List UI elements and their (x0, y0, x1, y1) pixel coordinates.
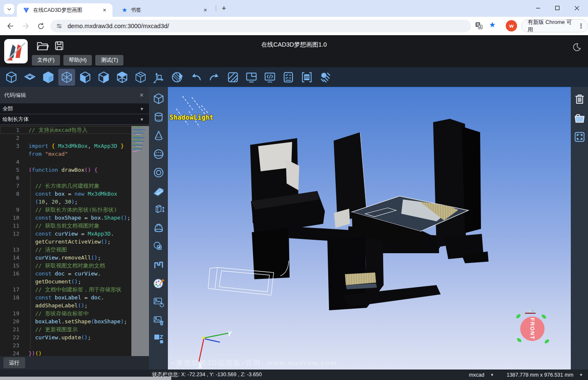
code-panel-close-icon[interactable]: ✕ (139, 92, 144, 98)
menu-file[interactable]: 文件(F) (32, 55, 60, 66)
code-row[interactable]: 11 // 获取当前文档视图对象 (0, 222, 149, 230)
code-row[interactable]: 23 (0, 341, 149, 349)
code-row[interactable]: 4 (0, 158, 149, 166)
tab-cad3d[interactable]: 在线CAD3D梦想画图 ✕ (17, 3, 112, 17)
code-row[interactable]: 3import { Mx3dMkBox, MxApp3D } (0, 142, 149, 150)
browser-menu-icon[interactable]: ⋮ (578, 22, 584, 30)
display-edges-left-icon[interactable] (77, 69, 94, 86)
viewport-layout-icon[interactable] (243, 69, 260, 86)
bookmark-page-button[interactable]: ★ (489, 21, 496, 29)
code-row[interactable]: 15 // 获取视图文档对象的文档 (0, 262, 149, 270)
paper-size-dropdown[interactable]: 1387.778 mm x 976.531 mm ▼ (507, 372, 583, 378)
paint-bucket-icon[interactable] (573, 112, 586, 124)
code-row[interactable]: 2 (0, 134, 149, 142)
code-row[interactable]: addShapeLabel(); (0, 301, 149, 309)
code-row[interactable]: 12 const curView = MxApp3D. (0, 230, 149, 238)
display-shaded-top-icon[interactable] (114, 69, 131, 86)
horizontal-scrollbar[interactable] (0, 377, 171, 380)
tab-bookmarks[interactable]: ★ 书签 ✕ (116, 3, 213, 17)
menu-test[interactable]: 测试(T) (95, 55, 123, 66)
code-row[interactable]: getCurrentActiveView(); (0, 238, 149, 246)
code-row[interactable]: 16 const doc = curView. (0, 270, 149, 278)
code-row[interactable]: getDocument(); (0, 278, 149, 286)
tab-close-icon[interactable]: ✕ (101, 6, 108, 14)
command-list-icon[interactable] (280, 69, 297, 86)
extrude-icon[interactable] (152, 203, 165, 216)
view-orientation-widget[interactable]: FRONT (506, 304, 560, 346)
cone-icon[interactable] (152, 129, 165, 142)
ucs-axis-icon[interactable] (151, 69, 167, 86)
translate-button[interactable] (475, 21, 483, 30)
code-editor[interactable]: 1// 支持从mxcad包导入23import { Mx3dMkBox, MxA… (0, 125, 149, 356)
light-settings-icon[interactable] (317, 69, 334, 86)
delete-all-icon[interactable] (573, 93, 586, 105)
delete-image-icon[interactable] (152, 314, 165, 327)
layout-swap-icon[interactable] (152, 333, 165, 345)
sweep-pipe-icon[interactable] (152, 259, 165, 271)
code-row[interactable]: 7 // 长方体的几何建模对象 (0, 182, 149, 190)
torus-icon[interactable] (152, 166, 165, 179)
close-button[interactable] (567, 0, 586, 16)
code-row[interactable]: 5(function drawBox() { (0, 166, 149, 174)
sphere-icon[interactable] (152, 148, 165, 160)
tab-search-button[interactable] (4, 4, 14, 14)
code-row[interactable]: 19 // 形状存储在标签中 (0, 309, 149, 317)
code-row[interactable]: 14 curView.removeAll(); (0, 254, 149, 262)
code-row[interactable]: 8 const box = new Mx3dMkBox (0, 190, 149, 198)
run-button[interactable]: 运行 (3, 357, 25, 368)
display-wireframe-icon[interactable] (58, 69, 75, 86)
boolean-union-icon[interactable] (152, 240, 165, 253)
reload-button[interactable] (35, 21, 46, 31)
view-cube-iso-icon[interactable] (3, 69, 20, 86)
background-image-icon[interactable] (152, 296, 165, 308)
url-text[interactable]: demo.mxdraw3d.com:3000/mxcad3d/ (68, 23, 169, 29)
display-solid-icon[interactable] (40, 69, 57, 86)
undo-icon[interactable] (188, 69, 204, 86)
code-row[interactable]: 18 const boxLabel = doc. (0, 294, 149, 301)
shadowlight-label[interactable]: ShadowLight (170, 114, 214, 121)
tab-close-icon[interactable]: ✕ (201, 6, 209, 14)
dark-mode-toggle[interactable] (572, 42, 581, 52)
code-editor-icon[interactable] (261, 69, 278, 86)
example-select[interactable]: 绘制长方体 ▼ (0, 114, 149, 125)
site-settings-icon[interactable] (56, 23, 63, 29)
chrome-update-chip[interactable]: 有新版 Chrome 可用 ⋮ (521, 19, 588, 32)
box-icon[interactable] (152, 92, 165, 105)
material-hatch-icon[interactable] (225, 69, 241, 86)
maximize-button[interactable] (548, 0, 567, 16)
menu-help[interactable]: 帮助(H) (63, 55, 92, 66)
code-row[interactable]: 24})() (0, 349, 149, 356)
code-row[interactable]: 17 // 文档中创建标签，用于存储形状 (0, 286, 149, 294)
section-clip-icon[interactable] (169, 69, 186, 86)
code-row[interactable]: from "mxcad" (0, 150, 149, 158)
code-row[interactable]: 9 // 获取长方体的形状(拓扑形状) (0, 206, 149, 214)
new-tab-button[interactable]: + (219, 3, 229, 14)
code-row[interactable]: 10 const boxShape = box.Shape(); (0, 214, 149, 222)
category-select[interactable]: 全部 ▼ (0, 104, 149, 114)
viewport-3d[interactable]: X Y ShadowLight <梦想软件3D试用版>官网: www.mxdra… (168, 87, 571, 370)
profile-avatar[interactable]: w (506, 20, 517, 31)
redo-icon[interactable] (206, 69, 223, 86)
display-edges-right-icon[interactable] (95, 69, 112, 86)
minimap-scrollbar[interactable] (131, 126, 149, 356)
code-row[interactable]: 13 // 清空视图 (0, 246, 149, 254)
code-row[interactable]: (10, 20, 30); (0, 198, 149, 206)
zoom-fit-icon[interactable] (573, 131, 586, 143)
code-row[interactable]: 6 (0, 174, 149, 182)
code-row[interactable]: 21 // 更新视图显示 (0, 325, 149, 333)
back-button[interactable] (5, 21, 16, 31)
revolve-icon[interactable] (152, 222, 165, 234)
view-cube-top-icon[interactable] (21, 69, 38, 86)
cylinder-icon[interactable] (152, 111, 165, 123)
code-row[interactable]: 22 curView.update(); (0, 333, 149, 341)
display-open-box-icon[interactable] (132, 69, 149, 86)
render-material-icon[interactable] (152, 277, 165, 290)
view-2d-icon[interactable]: 2D (298, 69, 315, 86)
forward-button[interactable] (20, 21, 31, 31)
coord-system-dropdown[interactable]: mxcad ▼ (469, 372, 494, 378)
code-row[interactable]: 1// 支持从mxcad包导入 (0, 126, 149, 134)
minimize-button[interactable] (528, 0, 548, 16)
code-row[interactable]: 20 boxLabel.setShape(boxShape); (0, 317, 149, 325)
wedge-icon[interactable] (152, 185, 165, 197)
url-bar[interactable]: demo.mxdraw3d.com:3000/mxcad3d/ (50, 20, 471, 32)
